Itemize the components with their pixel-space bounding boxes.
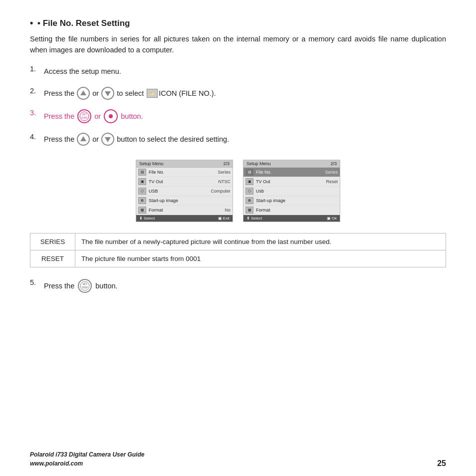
footer-website: www.polaroid.com: [30, 459, 144, 468]
sc-right-icon-3: ⬡: [245, 188, 253, 195]
sc-left-label-4: Start-up image: [149, 198, 231, 203]
sc-left-icon-2: ▣: [138, 178, 146, 185]
footer-guide-title: Polaroid i733 Digital Camera User Guide: [30, 450, 144, 459]
sc-left-icon-5: ▦: [138, 207, 146, 214]
svg-marker-3: [105, 91, 111, 96]
sc-left-label-3: USB: [149, 189, 211, 194]
step-2-text-select: to select: [115, 87, 146, 100]
sc-left-row-2: ▣ TV Out NTSC: [136, 177, 233, 187]
sc-right-row-5: ▦ Format: [243, 206, 340, 215]
step-1-text: Access the setup menu.: [44, 65, 121, 78]
sc-right-header-page: 2/3: [330, 161, 337, 166]
sc-left-value-5: No: [225, 208, 231, 213]
sc-right-header-title: Setup Menu: [246, 161, 271, 166]
sc-right-row-3: ⬡ Usb: [243, 187, 340, 196]
sc-left-icon-3: ⬡: [138, 188, 146, 195]
sc-left-footer: ⬍ Select ▣ Exit: [136, 215, 233, 222]
reset-label: RESET: [30, 250, 75, 267]
sc-left-header-page: 2/3: [223, 161, 230, 166]
step-3-text-pre: Press the: [44, 110, 76, 123]
step-4-text-post: button to select the desired setting.: [115, 133, 229, 146]
svg-marker-1: [80, 90, 86, 95]
step-4-content: Press the or button to select the desire…: [44, 133, 229, 146]
sc-left-icon-4: ✿: [138, 197, 146, 204]
step-1-content: Access the setup menu.: [44, 65, 121, 78]
sc-right-icon-4: ✿: [245, 197, 253, 204]
step-5-text-post: button.: [93, 279, 117, 292]
step-2-content: Press the or to select 📁 ICON (FILE NO.)…: [44, 87, 216, 100]
svg-text:DISP: DISP: [82, 286, 88, 289]
round-btn-icon: [103, 109, 118, 124]
step-2-icon-label: ICON (FILE NO.).: [159, 87, 216, 100]
down-arrow-icon: [101, 87, 114, 100]
sc-left-footer-exit: ▣ Exit: [218, 216, 230, 221]
step-5-num: 5.: [30, 278, 44, 286]
set-disp-icon-2: SET DISP: [77, 278, 92, 293]
page-number: 25: [437, 459, 446, 468]
title-text: • File No. Reset Setting: [37, 18, 130, 28]
sc-left-row-1: ▤ File No. Series: [136, 168, 233, 177]
step-4-text-pre: Press the: [44, 133, 76, 146]
sc-right-footer-select: ⬍ Select: [246, 216, 262, 221]
svg-text:DISP: DISP: [81, 116, 87, 119]
info-table: SERIES The file number of a newly-captur…: [30, 233, 446, 267]
footer-brand: Polaroid i733 Digital Camera User Guide …: [30, 450, 144, 468]
sc-left-footer-select: ⬍ Select: [139, 216, 155, 221]
step-1-num: 1.: [30, 65, 44, 73]
sc-right-row-2: ▣ TV Out Reset: [243, 177, 340, 187]
up-arrow-icon: [77, 87, 90, 100]
sc-left-row-3: ⬡ USB Computer: [136, 187, 233, 196]
step-3-text-post: button.: [119, 110, 143, 123]
sc-right-label-1: File No.: [256, 170, 325, 175]
svg-marker-11: [80, 136, 86, 141]
sc-left-label-5: Format: [149, 208, 225, 213]
down-arrow-icon-2: [101, 133, 114, 146]
step-5-content: Press the SET DISP button.: [44, 278, 118, 293]
page-content: • • File No. Reset Setting Setting the f…: [0, 0, 476, 476]
step-4: 4. Press the or button to select the des…: [30, 133, 446, 146]
step-3-content: Press the SET DISP or button.: [44, 109, 143, 124]
sc-right-icon-1: ▤: [245, 169, 253, 176]
step-3: 3. Press the SET DISP or button.: [30, 109, 446, 124]
step-4-num: 4.: [30, 133, 44, 141]
body-description: Setting the file numbers in series for a…: [30, 33, 446, 56]
step-2-text-or: or: [90, 87, 101, 100]
sc-left-label-1: File No.: [149, 170, 218, 175]
screenshot-left: Setup Menu 2/3 ▤ File No. Series ▣ TV Ou…: [136, 160, 233, 222]
table-row-reset: RESET The picture file number starts fro…: [30, 250, 446, 267]
page-footer: Polaroid i733 Digital Camera User Guide …: [0, 450, 476, 468]
step-2: 2. Press the or to select 📁 ICON (FILE N…: [30, 87, 446, 100]
sc-right-label-4: Start-up image: [256, 198, 338, 203]
step-5-text-pre: Press the: [44, 279, 76, 292]
screenshots-row: Setup Menu 2/3 ▤ File No. Series ▣ TV Ou…: [30, 160, 446, 222]
sc-right-header: Setup Menu 2/3: [243, 160, 340, 168]
file-no-icon: 📁: [147, 89, 158, 98]
series-label: SERIES: [30, 234, 75, 250]
sc-left-header: Setup Menu 2/3: [136, 160, 233, 168]
step-3-text-or: or: [92, 110, 103, 123]
svg-marker-13: [105, 137, 111, 142]
reset-description: The picture file number starts from 0001: [75, 250, 446, 267]
sc-left-header-title: Setup Menu: [139, 161, 164, 166]
set-disp-icon-1: SET DISP: [77, 109, 92, 124]
sc-right-label-2: TV Out: [256, 179, 326, 184]
sc-right-row-1: ▤ File No. Series: [243, 168, 340, 177]
sc-left-value-1: Series: [218, 170, 231, 175]
step-3-num: 3.: [30, 109, 44, 117]
section-title: • • File No. Reset Setting: [30, 18, 446, 28]
step-4-text-or: or: [90, 133, 101, 146]
screenshot-right: Setup Menu 2/3 ▤ File No. Series ▣ TV Ou…: [243, 160, 340, 222]
sc-right-label-5: Format: [256, 208, 338, 213]
step-2-num: 2.: [30, 87, 44, 95]
sc-right-icon-2: ▣: [245, 178, 253, 185]
sc-left-icon-1: ▤: [138, 169, 146, 176]
step-5: 5. Press the SET DISP button.: [30, 278, 446, 293]
sc-left-row-5: ▦ Format No: [136, 206, 233, 215]
sc-right-value-1: Series: [325, 170, 338, 175]
sc-right-footer: ⬍ Select ▣ Ok: [243, 215, 340, 222]
step-1: 1. Access the setup menu.: [30, 65, 446, 78]
bullet-icon: •: [30, 18, 33, 28]
sc-left-value-3: Computer: [211, 189, 231, 194]
sc-right-label-3: Usb: [256, 189, 338, 194]
svg-text:SET: SET: [82, 282, 87, 285]
